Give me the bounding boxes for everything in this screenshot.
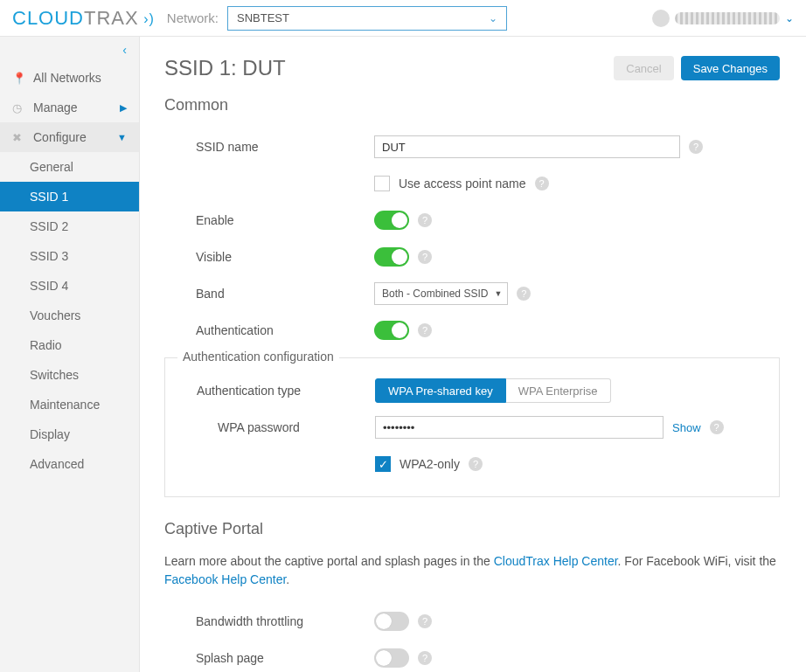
page-title: SSID 1: DUT xyxy=(164,56,286,80)
section-captive: Captive Portal xyxy=(164,520,780,538)
show-password-link[interactable]: Show xyxy=(672,421,701,434)
enable-toggle[interactable] xyxy=(374,211,409,230)
captive-intro: Learn more about the captive portal and … xyxy=(164,552,780,589)
auth-type-enterprise[interactable]: WPA Enterprise xyxy=(506,378,611,403)
wpa2-only-label: WPA2-only xyxy=(400,457,460,471)
band-select[interactable]: Both - Combined SSID xyxy=(374,282,508,305)
nav-sub-ssid3[interactable]: SSID 3 xyxy=(0,241,139,271)
nav-sub-vouchers[interactable]: Vouchers xyxy=(0,301,139,330)
wpa-password-label: WPA password xyxy=(165,420,375,434)
nav-configure[interactable]: ✖ Configure ▼ xyxy=(0,122,139,152)
save-button[interactable]: Save Changes xyxy=(681,56,780,80)
cloudtrax-help-link[interactable]: CloudTrax Help Center xyxy=(494,554,618,568)
ssid-name-label: SSID name xyxy=(164,140,374,154)
auth-toggle[interactable] xyxy=(374,321,409,340)
nav-sub-radio[interactable]: Radio xyxy=(0,330,139,360)
nav-sub-maintenance[interactable]: Maintenance xyxy=(0,390,139,419)
network-label: Network: xyxy=(167,10,219,25)
avatar-icon xyxy=(652,10,670,27)
nav-sub-switches[interactable]: Switches xyxy=(0,360,139,390)
topbar: CLOUDTRAX ›) Network: SNBTEST ⌄ ⌄ xyxy=(0,0,806,37)
auth-type-label: Authentication type xyxy=(165,384,375,398)
nav-sub-ssid1[interactable]: SSID 1 xyxy=(0,182,139,211)
network-select-value: SNBTEST xyxy=(237,11,289,24)
enable-label: Enable xyxy=(164,213,374,227)
help-icon[interactable]: ? xyxy=(689,140,703,154)
nav-label: All Networks xyxy=(33,71,101,85)
wpa-password-input[interactable] xyxy=(375,416,664,439)
auth-type-segmented: WPA Pre-shared key WPA Enterprise xyxy=(375,378,611,403)
section-common: Common xyxy=(164,96,780,114)
use-ap-name-checkbox[interactable] xyxy=(374,176,390,191)
help-icon[interactable]: ? xyxy=(469,457,483,471)
facebook-help-link[interactable]: Facebook Help Center xyxy=(164,572,286,586)
auth-config-fieldset: Authentication configuration Authenticat… xyxy=(164,357,780,497)
help-icon[interactable]: ? xyxy=(710,420,724,434)
use-ap-name-label: Use access point name xyxy=(399,177,526,191)
nav-sub-general[interactable]: General xyxy=(0,152,139,182)
sidebar: ‹ 📍 All Networks ◷ Manage ▶ ✖ Configure … xyxy=(0,37,140,672)
nav-manage[interactable]: ◷ Manage ▶ xyxy=(0,93,139,122)
auth-config-legend: Authentication configuration xyxy=(177,350,339,364)
brand-part2: TRAX xyxy=(84,7,139,29)
gauge-icon: ◷ xyxy=(12,101,24,114)
help-icon[interactable]: ? xyxy=(418,651,432,665)
chevron-left-icon: ‹ xyxy=(122,43,127,57)
help-icon[interactable]: ? xyxy=(418,323,432,337)
chevron-down-icon: ⌄ xyxy=(489,12,497,24)
splash-page-toggle[interactable] xyxy=(374,648,409,668)
nav-sub-ssid2[interactable]: SSID 2 xyxy=(0,211,139,241)
band-label: Band xyxy=(164,287,374,301)
wpa2-only-checkbox[interactable]: ✓ xyxy=(375,456,391,472)
network-select[interactable]: SNBTEST ⌄ xyxy=(227,6,507,31)
nav-sub-ssid4[interactable]: SSID 4 xyxy=(0,271,139,301)
nav-all-networks[interactable]: 📍 All Networks xyxy=(0,63,139,93)
ssid-name-input[interactable] xyxy=(374,135,680,158)
caret-down-icon: ▼ xyxy=(117,132,127,142)
collapse-sidebar[interactable]: ‹ xyxy=(0,37,139,63)
caret-right-icon: ▶ xyxy=(120,102,127,114)
bandwidth-throttling-label: Bandwidth throttling xyxy=(164,614,374,628)
cancel-button[interactable]: Cancel xyxy=(614,56,673,80)
tools-icon: ✖ xyxy=(12,131,24,144)
visible-toggle[interactable] xyxy=(374,247,409,267)
help-icon[interactable]: ? xyxy=(418,250,432,264)
user-menu[interactable] xyxy=(675,12,780,24)
splash-page-label: Splash page xyxy=(164,651,374,665)
signal-icon: ›) xyxy=(139,11,155,26)
nav-label: Manage xyxy=(33,100,78,114)
content: SSID 1: DUT Cancel Save Changes Common S… xyxy=(140,37,806,672)
nav-sub-advanced[interactable]: Advanced xyxy=(0,449,139,479)
brand-part1: CLOUD xyxy=(12,7,84,29)
nav-label: Configure xyxy=(33,130,87,144)
pin-icon: 📍 xyxy=(12,72,24,85)
chevron-down-icon[interactable]: ⌄ xyxy=(785,12,794,24)
help-icon[interactable]: ? xyxy=(418,614,432,628)
help-icon[interactable]: ? xyxy=(517,287,531,301)
help-icon[interactable]: ? xyxy=(535,177,549,191)
visible-label: Visible xyxy=(164,250,374,264)
auth-type-psk[interactable]: WPA Pre-shared key xyxy=(375,378,506,403)
bandwidth-throttling-toggle[interactable] xyxy=(374,612,409,631)
help-icon[interactable]: ? xyxy=(418,213,432,227)
nav-sub-display[interactable]: Display xyxy=(0,419,139,449)
brand-logo: CLOUDTRAX ›) xyxy=(12,7,155,30)
topbar-right: ⌄ xyxy=(652,10,794,27)
auth-label: Authentication xyxy=(164,323,374,337)
